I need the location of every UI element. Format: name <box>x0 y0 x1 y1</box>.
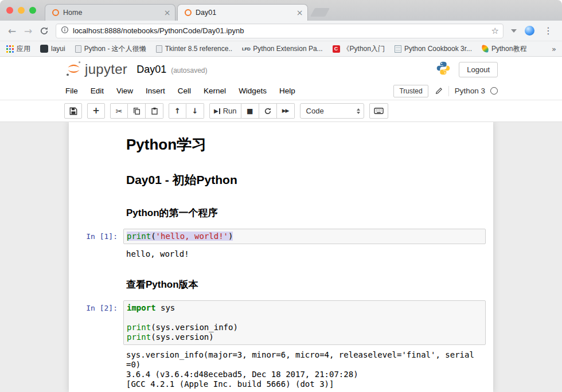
markdown-cell-check-version[interactable]: 查看Python版本 <box>76 265 486 297</box>
copy-cell-button[interactable] <box>128 103 146 119</box>
close-tab-icon[interactable]: × <box>163 8 171 17</box>
menu-edit[interactable]: Edit <box>84 83 110 100</box>
logout-button[interactable]: Logout <box>459 62 498 77</box>
insert-cell-below-button[interactable]: + <box>87 103 105 119</box>
notebook-page: Python学习 Day01 - 初始Python Python的第一个程序 I… <box>69 122 493 392</box>
cell-output: sys.version_info(major=3, minor=6, micro… <box>123 347 486 392</box>
bookmark-item-tkinter[interactable]: Tkinter 8.5 reference.. <box>156 45 232 53</box>
move-cell-up-button[interactable]: ↑ <box>169 103 186 119</box>
page-favicon <box>75 45 81 53</box>
browser-menu-icon[interactable]: ⋮ <box>539 25 557 36</box>
new-tab-button[interactable] <box>310 8 330 17</box>
page-info-icon[interactable] <box>61 26 69 36</box>
browser-toolbar: ← → localhost:8888/notebooks/PythonCode/… <box>0 21 562 41</box>
menu-view[interactable]: View <box>110 83 139 100</box>
feather-favicon <box>481 45 489 53</box>
tab-title: Home <box>63 9 159 17</box>
code-source: print('hello, world!') <box>127 232 482 241</box>
edit-mode-pencil-icon <box>435 87 443 95</box>
step-forward-icon: ▶ <box>214 108 218 114</box>
command-palette-button[interactable] <box>369 103 388 119</box>
notebook-title[interactable]: Day01 <box>136 64 166 76</box>
reload-icon[interactable] <box>37 23 52 38</box>
jupyter-logo-icon[interactable] <box>64 59 83 80</box>
menu-kernel[interactable]: Kernel <box>197 83 232 100</box>
bookmark-label: 《Python入门 <box>343 44 385 54</box>
notebook-scroll-area[interactable]: Python学习 Day01 - 初始Python Python的第一个程序 I… <box>0 122 562 392</box>
bookmark-item-python-tutorial[interactable]: Python教程 <box>482 44 526 54</box>
code-cell-2[interactable]: In [2]: import sys print(sys.version_inf… <box>76 297 486 392</box>
cell-type-select[interactable]: Code <box>300 103 364 119</box>
bookmark-item-python-intro[interactable]: C 《Python入门 <box>333 44 385 54</box>
bookmark-label: Python Cookbook 3r... <box>404 45 472 53</box>
bookmark-label: 应用 <box>17 44 30 54</box>
kernel-idle-indicator-icon <box>490 87 498 95</box>
run-cell-button[interactable]: ▶ Run <box>209 103 241 119</box>
close-tab-icon[interactable]: × <box>295 8 304 17</box>
bookmark-star-icon[interactable]: ☆ <box>491 26 499 36</box>
input-prompt: In [2]: <box>76 300 123 345</box>
page-favicon <box>156 45 162 53</box>
dropdown-indicator-icon[interactable] <box>511 29 517 33</box>
jupyter-toolbar: + ✂ ↑ ↓ ▶ Run ■ <box>0 100 562 122</box>
code-cell-1[interactable]: In [1]: print('hello, world!') hello, wo… <box>76 225 486 265</box>
bookmark-item-layui[interactable]: layui <box>40 45 65 53</box>
bookmark-item-lfd[interactable]: LFD Python Extension Pa... <box>242 45 322 53</box>
markdown-cell-first-program[interactable]: Python的第一个程序 <box>76 194 486 225</box>
cell-type-value: Code <box>306 107 324 115</box>
code-input-area[interactable]: print('hello, world!') <box>123 229 486 244</box>
csdn-favicon: C <box>333 45 340 53</box>
markdown-cell-title[interactable]: Python学习 <box>76 128 486 160</box>
menu-help[interactable]: Help <box>273 83 302 100</box>
menu-widgets[interactable]: Widgets <box>232 83 273 100</box>
back-icon[interactable]: ← <box>5 23 19 38</box>
step-forward-bar <box>219 108 220 114</box>
cell-prompt <box>76 163 123 191</box>
cell-prompt <box>76 196 123 223</box>
tab-title: Day01 <box>196 9 292 17</box>
bookmark-item-cookbook[interactable]: Python Cookbook 3r... <box>395 45 472 53</box>
bookmark-label: Python Extension Pa... <box>253 45 322 53</box>
browser-tab-home[interactable]: Home × <box>45 4 175 21</box>
python-logo-icon <box>436 61 451 78</box>
menu-cell[interactable]: Cell <box>171 83 197 100</box>
forward-icon[interactable]: → <box>21 23 36 38</box>
jupyter-wordmark[interactable]: jupyter <box>85 61 127 77</box>
code-source: import sys print(sys.version_info) print… <box>127 303 482 342</box>
menu-insert[interactable]: Insert <box>139 83 171 100</box>
jupyter-menubar: File Edit View Insert Cell Kernel Widget… <box>0 82 562 100</box>
bookmark-label: Python - 这个人很懒 <box>84 44 146 54</box>
minimize-window-button[interactable] <box>18 7 25 14</box>
restart-kernel-button[interactable] <box>259 103 277 119</box>
cut-cell-button[interactable]: ✂ <box>110 103 128 119</box>
apps-grid-icon <box>6 45 14 53</box>
interrupt-kernel-button[interactable]: ■ <box>241 103 259 119</box>
close-window-button[interactable] <box>6 7 13 14</box>
bookmarks-bar: 应用 layui Python - 这个人很懒 Tkinter 8.5 refe… <box>0 41 562 57</box>
browser-tab-day01[interactable]: Day01 × <box>177 4 308 21</box>
book-favicon <box>395 45 401 53</box>
heading-first-program: Python的第一个程序 <box>126 206 486 219</box>
restart-run-all-button[interactable]: ▶▶ <box>277 103 295 119</box>
run-label: Run <box>223 107 237 115</box>
address-bar[interactable]: localhost:8888/notebooks/PythonCode/Day0… <box>56 23 504 38</box>
extension-globe-icon[interactable] <box>525 26 534 36</box>
move-cell-down-button[interactable]: ↓ <box>186 103 204 119</box>
code-input-area[interactable]: import sys print(sys.version_info) print… <box>123 300 486 345</box>
cell-prompt <box>76 268 123 295</box>
zoom-window-button[interactable] <box>29 7 36 14</box>
menu-file[interactable]: File <box>64 83 84 100</box>
bookmark-label: layui <box>51 45 65 53</box>
paste-cell-button[interactable] <box>146 103 163 119</box>
save-button[interactable] <box>64 103 82 119</box>
lfd-favicon: LFD <box>242 46 250 52</box>
kernel-name: Python 3 <box>455 87 485 95</box>
bookmark-item-python-lazy[interactable]: Python - 这个人很懒 <box>75 44 146 54</box>
heading-check-version: 查看Python版本 <box>126 278 486 291</box>
trusted-badge[interactable]: Trusted <box>393 85 428 97</box>
markdown-cell-day[interactable]: Day01 - 初始Python <box>76 160 486 194</box>
bookmark-label: Tkinter 8.5 reference.. <box>165 45 232 53</box>
bookmarks-overflow-icon[interactable]: » <box>552 45 556 53</box>
bookmark-item-apps[interactable]: 应用 <box>6 44 30 54</box>
url-text[interactable]: localhost:8888/notebooks/PythonCode/Day0… <box>73 26 487 35</box>
